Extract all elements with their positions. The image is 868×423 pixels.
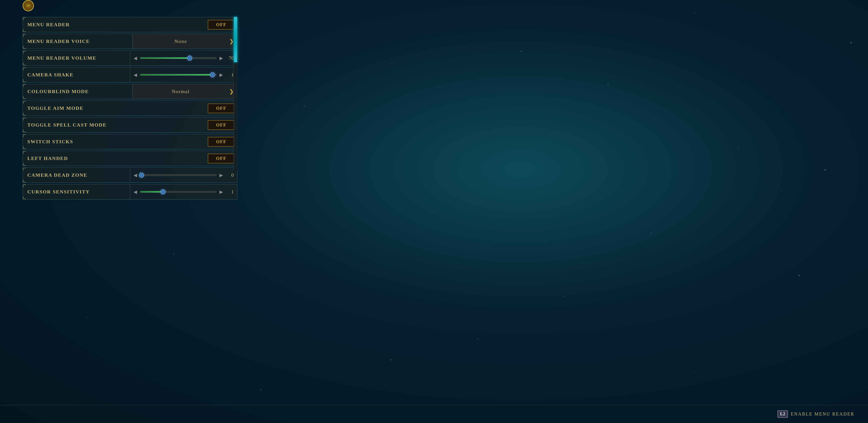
slider-left-arrow-camera-shake[interactable]: ◀ bbox=[132, 71, 138, 78]
label-camera-shake: CAMERA SHAKE bbox=[23, 72, 130, 78]
corner-decoration bbox=[23, 163, 26, 166]
label-menu-reader: MENU READER bbox=[23, 22, 208, 28]
toggle-switch-sticks[interactable]: OFF bbox=[208, 137, 235, 147]
setting-row-toggle-spell-cast-mode: TOGGLE SPELL CAST MODEOFF bbox=[23, 117, 237, 133]
slider-value-cursor-sensitivity: 1 bbox=[226, 189, 234, 195]
corner-decoration bbox=[23, 134, 26, 137]
enable-menu-reader-hint: ENABLE MENU READER bbox=[791, 412, 855, 417]
scrollbar-thumb[interactable] bbox=[234, 17, 237, 62]
corner-decoration bbox=[23, 68, 26, 70]
corner-decoration bbox=[23, 51, 26, 54]
l2-badge: L2 bbox=[777, 410, 788, 418]
corner-decoration bbox=[23, 101, 26, 104]
bottom-hint: L2 ENABLE MENU READER bbox=[777, 410, 855, 418]
label-left-handed: LEFT HANDED bbox=[23, 156, 208, 161]
toggle-toggle-spell-cast-mode[interactable]: OFF bbox=[208, 120, 235, 130]
slider-left-arrow-menu-reader-volume[interactable]: ◀ bbox=[132, 54, 138, 62]
toggle-menu-reader[interactable]: OFF bbox=[208, 20, 235, 30]
slider-track-camera-shake[interactable] bbox=[140, 74, 217, 76]
settings-list: MENU READEROFF MENU READER VOICENone❯ ME… bbox=[23, 17, 237, 199]
corner-decoration bbox=[23, 180, 26, 182]
slider-ctrl-cursor-sensitivity: ◀▶1 bbox=[130, 184, 237, 199]
label-menu-reader-voice: MENU READER VOICE bbox=[23, 38, 132, 44]
dropdown-menu-reader-voice[interactable]: None❯ bbox=[132, 34, 237, 49]
slider-left-arrow-camera-dead-zone[interactable]: ◀ bbox=[132, 171, 138, 179]
settings-panel: MENU READEROFF MENU READER VOICENone❯ ME… bbox=[23, 4, 237, 199]
label-menu-reader-volume: MENU READER VOLUME bbox=[23, 55, 130, 61]
slider-thumb-cursor-sensitivity[interactable] bbox=[160, 189, 165, 194]
corner-decoration bbox=[23, 113, 26, 116]
setting-row-switch-sticks: SWITCH STICKSOFF bbox=[23, 134, 237, 149]
slider-right-arrow-menu-reader-volume[interactable]: ▶ bbox=[218, 54, 224, 62]
corner-decoration bbox=[23, 129, 26, 132]
corner-decoration bbox=[23, 79, 26, 82]
slider-track-cursor-sensitivity[interactable] bbox=[140, 191, 217, 193]
corner-decoration bbox=[23, 34, 26, 37]
slider-fill-camera-shake bbox=[140, 74, 213, 75]
label-cursor-sensitivity: CURSOR SENSITIVITY bbox=[23, 189, 130, 195]
dropdown-colourblind-mode[interactable]: Normal❯ bbox=[132, 84, 237, 99]
slider-thumb-camera-dead-zone[interactable] bbox=[139, 173, 144, 177]
dropdown-arrow-colourblind-mode: ❯ bbox=[229, 88, 234, 95]
corner-decoration bbox=[23, 18, 26, 20]
slider-value-menu-reader-volume: 70 bbox=[226, 55, 234, 61]
slider-thumb-menu-reader-volume[interactable] bbox=[187, 56, 192, 61]
scrollbar[interactable] bbox=[233, 17, 237, 171]
bottom-bar: L2 ENABLE MENU READER bbox=[0, 405, 868, 423]
label-colourblind-mode: COLOURBLIND MODE bbox=[23, 89, 132, 94]
setting-row-toggle-aim-mode: TOGGLE AIM MODEOFF bbox=[23, 101, 237, 116]
corner-decoration bbox=[23, 118, 26, 121]
setting-row-menu-reader-voice: MENU READER VOICENone❯ bbox=[23, 34, 237, 49]
setting-row-menu-reader: MENU READEROFF bbox=[23, 17, 237, 32]
toggle-left-handed[interactable]: OFF bbox=[208, 154, 235, 163]
label-toggle-aim-mode: TOGGLE AIM MODE bbox=[23, 105, 208, 111]
corner-decoration bbox=[23, 84, 26, 87]
corner-decoration bbox=[23, 151, 26, 154]
corner-decoration bbox=[23, 29, 26, 32]
slider-left-arrow-cursor-sensitivity[interactable]: ◀ bbox=[132, 188, 138, 196]
corner-decoration bbox=[23, 96, 26, 99]
slider-ctrl-menu-reader-volume: ◀▶70 bbox=[130, 51, 237, 66]
setting-row-colourblind-mode: COLOURBLIND MODENormal❯ bbox=[23, 84, 237, 99]
slider-thumb-camera-shake[interactable] bbox=[210, 72, 215, 77]
corner-decoration bbox=[23, 196, 26, 199]
dropdown-value-colourblind-mode: Normal bbox=[132, 89, 229, 94]
slider-value-camera-shake: 1 bbox=[226, 72, 234, 78]
slider-ctrl-camera-dead-zone: ◀▶0 bbox=[130, 168, 237, 183]
setting-row-left-handed: LEFT HANDEDOFF bbox=[23, 151, 237, 166]
slider-right-arrow-camera-dead-zone[interactable]: ▶ bbox=[218, 171, 224, 179]
setting-row-cursor-sensitivity: CURSOR SENSITIVITY◀▶1 bbox=[23, 184, 237, 199]
dropdown-arrow-menu-reader-voice: ❯ bbox=[229, 38, 234, 44]
slider-value-camera-dead-zone: 0 bbox=[226, 172, 234, 178]
slider-track-menu-reader-volume[interactable] bbox=[140, 57, 217, 59]
slider-ctrl-camera-shake: ◀▶1 bbox=[130, 67, 237, 82]
label-toggle-spell-cast-mode: TOGGLE SPELL CAST MODE bbox=[23, 122, 208, 128]
setting-row-camera-dead-zone: CAMERA DEAD ZONE◀▶0 bbox=[23, 167, 237, 183]
corner-decoration bbox=[23, 63, 26, 65]
toggle-toggle-aim-mode[interactable]: OFF bbox=[208, 103, 235, 113]
dropdown-value-menu-reader-voice: None bbox=[132, 38, 229, 44]
slider-fill-menu-reader-volume bbox=[140, 57, 190, 59]
slider-track-camera-dead-zone[interactable] bbox=[140, 174, 217, 176]
slider-fill-cursor-sensitivity bbox=[140, 191, 163, 193]
slider-right-arrow-cursor-sensitivity[interactable]: ▶ bbox=[218, 188, 224, 196]
setting-row-menu-reader-volume: MENU READER VOLUME◀▶70 bbox=[23, 51, 237, 66]
corner-decoration bbox=[23, 185, 26, 187]
slider-right-arrow-camera-shake[interactable]: ▶ bbox=[218, 71, 224, 78]
corner-decoration bbox=[23, 46, 26, 48]
label-camera-dead-zone: CAMERA DEAD ZONE bbox=[23, 172, 130, 178]
label-switch-sticks: SWITCH STICKS bbox=[23, 139, 208, 144]
corner-decoration bbox=[23, 146, 26, 149]
corner-decoration bbox=[23, 168, 26, 171]
setting-row-camera-shake: CAMERA SHAKE◀▶1 bbox=[23, 67, 237, 83]
